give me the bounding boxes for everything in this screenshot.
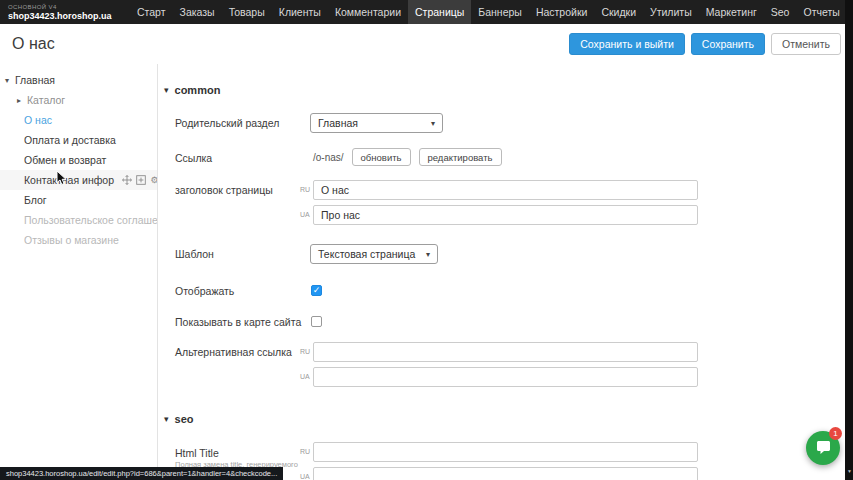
link-label: Ссылка xyxy=(175,152,212,164)
parent-section-label: Родительский раздел xyxy=(175,117,279,129)
move-icon[interactable] xyxy=(121,175,132,186)
link-row: /o-nas/ обновить редактировать xyxy=(313,148,502,166)
caret-right-icon[interactable]: ▸ xyxy=(17,96,25,105)
scroll-down-icon[interactable]: ▼ xyxy=(847,468,852,474)
page-header: О нас Сохранить и выйти Сохранить Отмени… xyxy=(0,24,853,64)
tree-item-actions: ⚙ xyxy=(121,175,157,186)
lang-badge-ua: UA xyxy=(300,373,310,380)
topbar: ОСНОВНОЙ V4 shop34423.horoshop.ua Старт … xyxy=(0,0,853,24)
caret-down-icon[interactable]: ▾ xyxy=(5,76,13,85)
menu-item-marketing[interactable]: Маркетинг xyxy=(699,0,764,24)
sitemap-label: Показывать в карте сайта xyxy=(175,316,301,328)
chat-unread-badge: 1 xyxy=(829,427,842,440)
save-button[interactable]: Сохранить xyxy=(691,33,765,55)
lang-badge-ru: RU xyxy=(300,186,310,193)
tree-item-obmen[interactable]: Обмен и возврат xyxy=(0,150,157,170)
chevron-down-icon: ▾ xyxy=(426,250,430,259)
scrollbar-track[interactable] xyxy=(845,0,853,480)
menu-item-products[interactable]: Товары xyxy=(222,0,272,24)
tree-item-label: Оплата и доставка xyxy=(24,134,116,146)
section-common-label: common xyxy=(175,84,221,96)
menu-item-seo[interactable]: Seo xyxy=(764,0,797,24)
tree-item-polzovatelskoe[interactable]: Пользовательское соглашение xyxy=(0,210,157,230)
tree-item-label: Контактная инфор xyxy=(24,174,114,186)
menu-item-clients[interactable]: Клиенты xyxy=(272,0,328,24)
menu-item-discounts[interactable]: Скидки xyxy=(594,0,643,24)
alt-link-label: Альтернативная ссылка xyxy=(175,346,292,358)
menu-item-banners[interactable]: Баннеры xyxy=(471,0,529,24)
alt-link-ua-input[interactable] xyxy=(313,367,698,387)
parent-section-select[interactable]: Главная ▾ xyxy=(310,113,443,133)
section-seo-label: seo xyxy=(175,413,194,425)
menu-item-utilities[interactable]: Утилиты xyxy=(643,0,699,24)
tree-item-otzyvy[interactable]: Отзывы о магазине xyxy=(0,230,157,250)
caret-down-icon: ▾ xyxy=(164,414,169,424)
tree-item-label: Каталог xyxy=(27,94,65,106)
admin-screen: ОСНОВНОЙ V4 shop34423.horoshop.ua Старт … xyxy=(0,0,853,480)
brand-logo: ОСНОВНОЙ V4 shop34423.horoshop.ua xyxy=(8,4,120,21)
tree-item-glavnaya[interactable]: ▾ Главная xyxy=(0,70,157,90)
chat-bubble-icon xyxy=(815,440,832,456)
brand-domain: shop34423.horoshop.ua xyxy=(8,12,120,21)
html-title-ua-input[interactable] xyxy=(313,467,698,480)
link-edit-button[interactable]: редактировать xyxy=(419,148,502,166)
page-title-ua-input[interactable] xyxy=(313,205,698,225)
tree-item-label: О нас xyxy=(24,114,52,126)
brand-version-label: ОСНОВНОЙ V4 xyxy=(8,4,120,10)
caret-down-icon: ▾ xyxy=(164,85,169,95)
section-common[interactable]: ▾ common xyxy=(164,84,220,96)
tree-item-kontaktnaya[interactable]: Контактная инфор ⚙ xyxy=(0,170,157,190)
main-menu: Старт Заказы Товары Клиенты Комментарии … xyxy=(130,0,847,24)
save-and-exit-button[interactable]: Сохранить и выйти xyxy=(569,33,685,55)
add-icon[interactable] xyxy=(135,175,146,186)
page-title-ru-input[interactable] xyxy=(313,180,698,200)
lang-badge-ru: RU xyxy=(300,348,310,355)
sitemap-checkbox[interactable] xyxy=(311,316,322,327)
lang-badge-ua: UA xyxy=(300,211,310,218)
link-update-button[interactable]: обновить xyxy=(352,148,411,166)
menu-item-pages[interactable]: Страницы xyxy=(408,0,471,24)
display-checkbox[interactable]: ✓ xyxy=(311,285,322,296)
pages-tree-sidebar: ▾ Главная ▸ Каталог О нас Оплата и доста… xyxy=(0,64,158,480)
gear-icon[interactable]: ⚙ xyxy=(149,175,157,186)
tree-item-label: Блог xyxy=(24,194,47,206)
menu-item-start[interactable]: Старт xyxy=(130,0,173,24)
chevron-down-icon: ▾ xyxy=(431,119,435,128)
template-label: Шаблон xyxy=(175,248,214,260)
tree-item-katalog[interactable]: ▸ Каталог xyxy=(0,90,157,110)
section-seo[interactable]: ▾ seo xyxy=(164,413,194,425)
tree-item-blog[interactable]: Блог xyxy=(0,190,157,210)
display-label: Отображать xyxy=(175,285,234,297)
tree-item-label: Отзывы о магазине xyxy=(24,234,119,246)
alt-link-ru-input[interactable] xyxy=(313,342,698,362)
lang-badge-ru: RU xyxy=(300,448,310,455)
tree-item-o-nas[interactable]: О нас xyxy=(0,110,157,130)
html-title-label: Html Title xyxy=(175,447,219,459)
page-edit-form: ▾ common Родительский раздел Главная ▾ С… xyxy=(159,64,845,480)
checkmark-icon: ✓ xyxy=(313,286,321,295)
menu-item-orders[interactable]: Заказы xyxy=(173,0,222,24)
header-buttons: Сохранить и выйти Сохранить Отменить xyxy=(569,33,841,55)
cancel-button[interactable]: Отменить xyxy=(771,33,841,55)
page-title: О нас xyxy=(12,35,55,53)
status-url-bar: shop34423.horoshop.ua/edit/edit.php?id=6… xyxy=(0,467,283,480)
lang-badge-ua: UA xyxy=(300,473,310,480)
tree-item-label: Обмен и возврат xyxy=(24,154,106,166)
menu-item-comments[interactable]: Комментарии xyxy=(328,0,408,24)
tree-item-label: Пользовательское соглашение xyxy=(24,214,157,226)
menu-item-settings[interactable]: Настройки xyxy=(529,0,595,24)
page-title-field-label: заголовок страницы xyxy=(175,184,273,196)
template-value: Текстовая страница xyxy=(318,248,415,260)
tree-item-oplata[interactable]: Оплата и доставка xyxy=(0,130,157,150)
html-title-ru-input[interactable] xyxy=(313,442,698,462)
template-select[interactable]: Текстовая страница ▾ xyxy=(310,244,438,264)
menu-item-reports[interactable]: Отчеты xyxy=(796,0,846,24)
tree-item-label: Главная xyxy=(15,74,55,86)
parent-section-value: Главная xyxy=(318,117,358,129)
link-path-value: /o-nas/ xyxy=(313,152,344,163)
